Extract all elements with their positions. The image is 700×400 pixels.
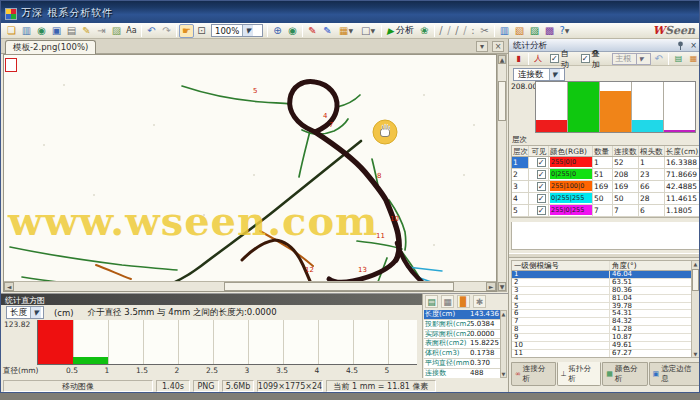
- person-icon[interactable]: 人: [531, 52, 546, 66]
- save-data-icon[interactable]: ▦: [441, 295, 454, 308]
- zoom-level-combo[interactable]: 100%▼: [211, 24, 263, 37]
- property-row[interactable]: 实际面积(cm2)0.0000: [424, 330, 502, 340]
- table-row[interactable]: 1049.61: [512, 342, 699, 350]
- pencil-icon[interactable]: ✎: [79, 24, 94, 38]
- measure-icon-2[interactable]: /: [445, 24, 453, 38]
- root-combo[interactable]: 主根▼: [612, 53, 652, 65]
- properties-scrollbar[interactable]: ▲ ▼: [500, 310, 507, 378]
- tab-list-icon[interactable]: ▾: [476, 41, 488, 52]
- scroll-thumb[interactable]: [498, 81, 506, 121]
- tab-选定边信息[interactable]: ▣选定边信息: [649, 362, 700, 386]
- vertical-scrollbar[interactable]: ▲ ▼: [497, 54, 507, 292]
- document-tab[interactable]: 模板-2.png(100%): [5, 40, 96, 54]
- pin-icon[interactable]: [675, 40, 686, 50]
- table-row[interactable]: 841.28: [512, 326, 699, 334]
- visible-checkbox[interactable]: [537, 158, 546, 167]
- measure-icon-3[interactable]: /: [453, 24, 461, 38]
- chart-icon[interactable]: ▦: [686, 52, 700, 66]
- analyze-button[interactable]: ▶分析: [387, 24, 414, 37]
- scroll-down-icon[interactable]: ▼: [692, 351, 699, 357]
- color-swatch[interactable]: 255|0|0: [550, 157, 592, 167]
- property-row[interactable]: 投影面积(cm2)5.0384: [424, 320, 502, 330]
- pen-red-icon[interactable]: ✎: [305, 24, 320, 38]
- chart-icon-3[interactable]: ▨: [527, 24, 542, 38]
- lateral-scrollbar[interactable]: ▲ ▼: [691, 261, 699, 357]
- scroll-right-icon[interactable]: ►: [486, 282, 496, 291]
- image-icon[interactable]: ▨: [109, 24, 124, 38]
- mark-icon[interactable]: ▮: [511, 52, 526, 66]
- overlay-checkbox[interactable]: [581, 54, 590, 63]
- table-row[interactable]: 40|255|25550502811.4615: [512, 193, 699, 205]
- export-icon[interactable]: ▤: [671, 52, 686, 66]
- shape-dropdown-icon[interactable]: □▼: [357, 24, 379, 38]
- chevron-down-icon[interactable]: ▼: [549, 69, 560, 80]
- scroll-down-icon[interactable]: ▼: [501, 371, 506, 377]
- chart-icon[interactable]: ▉: [457, 295, 470, 308]
- help-dropdown-icon[interactable]: ?▼: [557, 24, 572, 38]
- table-row[interactable]: 481.04: [512, 295, 699, 303]
- scroll-up-icon[interactable]: ▲: [498, 55, 506, 64]
- table-row[interactable]: 654.31: [512, 310, 699, 318]
- table-row[interactable]: 539.78: [512, 303, 699, 311]
- scroll-up-icon[interactable]: ▲: [692, 261, 699, 267]
- chevron-down-icon[interactable]: ▼: [242, 25, 253, 36]
- close-tab-icon[interactable]: ×: [492, 41, 504, 52]
- import-icon[interactable]: ▥: [19, 24, 34, 38]
- table-row[interactable]: 1167.27: [512, 350, 699, 358]
- color-swatch[interactable]: 255|0|255: [550, 205, 592, 215]
- redo-icon[interactable]: ↷: [159, 24, 174, 38]
- scroll-left-icon[interactable]: ◄: [4, 282, 14, 291]
- fill-dropdown-icon[interactable]: ▦▼: [335, 24, 357, 38]
- tab-颜色分析[interactable]: ▦颜色分析: [602, 362, 647, 386]
- export-icon[interactable]: ⇥: [94, 24, 109, 38]
- undo-icon[interactable]: ↶: [144, 24, 159, 38]
- color-swatch[interactable]: 255|100|0: [550, 181, 592, 191]
- property-row[interactable]: 体积(cm3)0.1738: [424, 349, 502, 359]
- close-icon[interactable]: ×: [688, 40, 699, 50]
- measure-icon-4[interactable]: /: [461, 24, 469, 38]
- visible-checkbox[interactable]: [537, 194, 546, 203]
- visible-checkbox[interactable]: [537, 182, 546, 191]
- metric-combo[interactable]: 连接数▼: [513, 68, 565, 81]
- panel-splitter[interactable]: [509, 253, 700, 258]
- print-icon[interactable]: ▤: [64, 24, 79, 38]
- tab-拓扑分析[interactable]: ⊥拓扑分析: [557, 362, 602, 386]
- horizontal-scrollbar[interactable]: ◄ ►: [4, 281, 496, 291]
- table-row[interactable]: 380.36: [512, 287, 699, 295]
- property-row[interactable]: 长度(cm)143.436: [424, 310, 502, 320]
- scissors-icon[interactable]: ✂: [477, 24, 492, 38]
- table-row[interactable]: 20|255|0512082371.8669: [512, 169, 699, 181]
- save-icon[interactable]: ▣: [49, 24, 64, 38]
- chart-icon-1[interactable]: ▥: [497, 24, 512, 38]
- chevron-down-icon[interactable]: ▼: [30, 307, 41, 318]
- table-row[interactable]: 5255|0|2557761.1805: [512, 205, 699, 217]
- zoom-in-icon[interactable]: ⊕: [270, 24, 285, 38]
- chart-icon-4[interactable]: ▩: [542, 24, 557, 38]
- measure-icon-5[interactable]: :: [469, 24, 477, 38]
- pen-blue-icon[interactable]: ✎: [320, 24, 335, 38]
- tab-连接分析[interactable]: ∞连接分析: [511, 362, 556, 386]
- scroll-down-icon[interactable]: ▼: [498, 282, 506, 291]
- measure-icon-1[interactable]: /: [437, 24, 445, 38]
- auto-checkbox[interactable]: [550, 54, 559, 63]
- image-canvas[interactable]: www.wseen.com 547810111213 ◄ ►: [3, 54, 497, 292]
- text-icon[interactable]: Aa: [124, 24, 139, 38]
- histogram-metric-combo[interactable]: 长度▼: [6, 306, 44, 319]
- globe-icon[interactable]: ◉: [34, 24, 49, 38]
- export-report-icon[interactable]: ▤: [425, 295, 438, 308]
- color-swatch[interactable]: 0|255|0: [550, 169, 592, 179]
- table-row[interactable]: 784.32: [512, 318, 699, 326]
- undo-icon[interactable]: ↶: [651, 52, 666, 66]
- color-swatch[interactable]: 0|255|255: [550, 193, 592, 203]
- property-row[interactable]: 表面积(cm2)15.8225: [424, 339, 502, 349]
- table-row[interactable]: 146.04: [512, 271, 699, 279]
- scroll-up-icon[interactable]: ▲: [501, 311, 506, 317]
- preview-icon[interactable]: ◉: [285, 24, 300, 38]
- area-select-icon[interactable]: ⊡: [194, 24, 209, 38]
- table-row[interactable]: 1255|0|0152116.3388: [512, 157, 699, 169]
- scroll-thumb[interactable]: [692, 269, 699, 291]
- scroll-thumb[interactable]: [224, 282, 454, 291]
- chart-icon-2[interactable]: ▧: [512, 24, 527, 38]
- visible-checkbox[interactable]: [537, 170, 546, 179]
- settings-icon[interactable]: ✱: [473, 295, 486, 308]
